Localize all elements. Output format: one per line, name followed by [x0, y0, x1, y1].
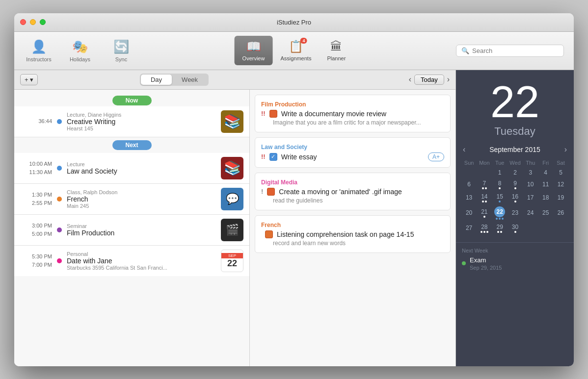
calendar-day[interactable]: 28 [477, 222, 491, 234]
calendar-day[interactable]: 24 [523, 205, 537, 221]
day-week-toggle: Day Week [140, 74, 209, 86]
calendar-day[interactable]: 7 [477, 178, 491, 191]
assignment-desc: read the guidelines [261, 197, 444, 204]
maximize-button[interactable] [40, 19, 46, 25]
sync-button[interactable]: 🔄 Sync [107, 39, 136, 62]
event-film-production[interactable]: 3:00 PM 5:00 PM Seminar Film Production … [14, 215, 249, 246]
grade-badge: A+ [428, 152, 444, 161]
minimize-button[interactable] [30, 19, 36, 25]
calendar-day[interactable]: 15 [492, 192, 507, 204]
next-day-button[interactable]: › [447, 75, 450, 84]
tab-assignments[interactable]: 📋4 Assignments [272, 36, 319, 65]
calendar-day[interactable]: 2 [508, 168, 522, 177]
event-dot [57, 227, 62, 232]
event-info: Lecture, Diane Higgins Creative Writing … [67, 112, 216, 131]
calendar-day [523, 222, 537, 234]
prev-month-button[interactable]: ‹ [461, 145, 467, 154]
event-name: Creative Writing [67, 118, 216, 126]
event-french[interactable]: 1:30 PM 2:55 PM Class, Ralph Dodson Fren… [14, 184, 249, 215]
next-week-item[interactable]: Exam Sep 29, 2015 [462, 256, 568, 271]
assignment-checkbox[interactable]: ✓ [269, 153, 277, 161]
calendar-day[interactable]: 10 [523, 178, 537, 191]
tab-overview[interactable]: 📖 Overview [235, 36, 273, 65]
event-thumbnail: 🎬 [221, 219, 243, 241]
calendar-day[interactable]: 12 [554, 178, 568, 191]
calendar-day[interactable]: 30 [508, 222, 522, 234]
calendar-day[interactable]: 20 [462, 205, 476, 221]
toolbar-left: 👤 Instructors 🎭 Holidays 🔄 Sync [24, 39, 136, 62]
calendar-day[interactable]: 14 [477, 192, 491, 204]
calendar-day[interactable]: 9 [508, 178, 522, 191]
week-toggle[interactable]: Week [172, 75, 208, 85]
instructors-button[interactable]: 👤 Instructors [24, 39, 53, 62]
close-button[interactable] [20, 19, 26, 25]
event-type: Seminar [67, 223, 216, 229]
calendar-day[interactable]: 1 [492, 168, 507, 177]
search-box[interactable]: 🔍 [456, 45, 564, 57]
app-window: iStudiez Pro 👤 Instructors 🎭 Holidays 🔄 … [14, 13, 574, 366]
calendar-day[interactable]: 21 [477, 205, 491, 221]
event-location: Starbucks 3595 California St San Franci.… [67, 265, 216, 271]
calendar-day[interactable]: 18 [538, 192, 553, 204]
calendar-day[interactable]: 17 [523, 192, 537, 204]
cal-header-tue: Tue [492, 159, 507, 167]
overview-label: Overview [242, 55, 265, 61]
add-button[interactable]: + ▾ [20, 74, 38, 85]
calendar-grid: Sun Mon Tue Wed Thu Fri Sat 123456789101… [461, 158, 569, 235]
assignment-course: Law and Society [261, 144, 444, 151]
assignment-checkbox[interactable] [267, 188, 275, 196]
event-info: Seminar Film Production [67, 223, 216, 237]
calendar-day[interactable]: 13 [462, 192, 476, 204]
calendar-day[interactable]: 3 [523, 168, 537, 177]
calendar-day[interactable]: 22 [492, 205, 507, 221]
assignment-checkbox[interactable] [265, 230, 273, 238]
assignment-law[interactable]: Law and Society !! ✓ Write essay A+ [255, 137, 451, 168]
now-indicator: Now [112, 96, 152, 105]
calendar-day[interactable]: 6 [462, 178, 476, 191]
assignment-title: Write essay [281, 153, 424, 161]
event-creative-writing[interactable]: 36:44 Lecture, Diane Higgins Creative Wr… [14, 106, 249, 137]
assignment-checkbox[interactable] [269, 110, 277, 118]
main-content: + ▾ Day Week ‹ Today › Now [14, 70, 574, 366]
calendar-day[interactable]: 26 [554, 205, 568, 221]
event-info: Personal Date with Jane Starbucks 3595 C… [67, 251, 216, 271]
event-name: Date with Jane [67, 257, 216, 265]
next-week-section: Next Week Exam Sep 29, 2015 [456, 242, 574, 276]
event-law-society[interactable]: 10:00 AM 11:30 AM Lecture Law and Societ… [14, 153, 249, 184]
day-toggle[interactable]: Day [141, 75, 172, 85]
calendar-day[interactable]: 4 [538, 168, 553, 177]
assignment-digital[interactable]: Digital Media ! Create a moving or 'anim… [255, 173, 451, 210]
calendar-day[interactable]: 25 [538, 205, 553, 221]
assignment-course: French [261, 222, 444, 228]
assignment-film[interactable]: Film Production !! Write a documentary m… [255, 95, 451, 132]
big-day-number: 22 [461, 80, 569, 124]
event-location: Hearst 145 [67, 126, 216, 131]
calendar-panel: 22 Tuesday ‹ September 2015 › Sun Mon Tu… [456, 70, 574, 366]
calendar-day[interactable]: 23 [508, 205, 522, 221]
holidays-button[interactable]: 🎭 Holidays [65, 39, 95, 62]
event-time: 1:30 PM 2:55 PM [20, 191, 52, 207]
prev-day-button[interactable]: ‹ [409, 75, 411, 84]
assignment-course: Film Production [261, 101, 444, 108]
calendar-day[interactable]: 5 [554, 168, 568, 177]
tab-planner[interactable]: 🏛 Planner [319, 36, 353, 65]
planner-label: Planner [327, 55, 346, 61]
titlebar: iStudiez Pro [14, 13, 574, 32]
assignments-badge: 4 [300, 38, 307, 44]
calendar-day[interactable]: 16 [508, 192, 522, 204]
calendar-day[interactable]: 19 [554, 192, 568, 204]
event-date-jane[interactable]: 5:30 PM 7:00 PM Personal Date with Jane … [14, 246, 249, 276]
toolbar-right: 🔍 [456, 45, 564, 57]
toolbar: 👤 Instructors 🎭 Holidays 🔄 Sync 📖 Overvi… [14, 32, 574, 70]
calendar-day[interactable]: 29 [492, 222, 507, 234]
next-month-button[interactable]: › [562, 145, 569, 154]
cal-header-fri: Fri [538, 159, 553, 167]
calendar-day[interactable]: 11 [538, 178, 553, 191]
assignment-french[interactable]: French Listening comprehension task on p… [255, 215, 451, 253]
next-indicator: Next [112, 140, 152, 150]
search-input[interactable] [472, 47, 559, 54]
today-button[interactable]: Today [414, 75, 444, 85]
calendar-day[interactable]: 27 [462, 222, 476, 234]
calendar-day[interactable]: 8 [492, 178, 507, 191]
event-name: Law and Society [67, 167, 216, 175]
